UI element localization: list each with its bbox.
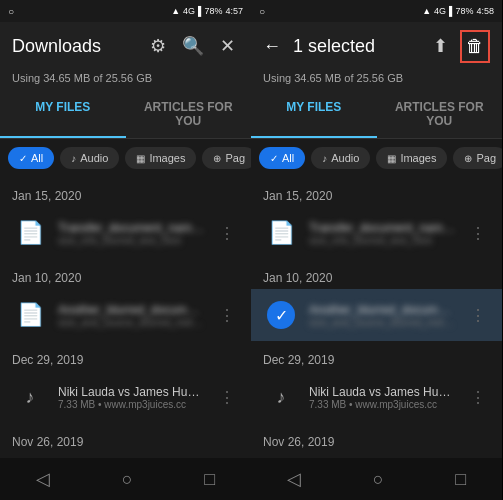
file-list-left: Jan 15, 2020 📄 Transfer_document_name_bl… bbox=[0, 177, 251, 458]
more-icon[interactable]: ⋮ bbox=[215, 302, 239, 329]
tab-articles-left[interactable]: ARTICLES FOR YOU bbox=[126, 90, 252, 138]
network-icon: 4G bbox=[183, 6, 195, 16]
search-icon[interactable]: 🔍 bbox=[178, 31, 208, 61]
more-icon[interactable]: ⋮ bbox=[215, 220, 239, 247]
date-header-jan15: Jan 15, 2020 bbox=[0, 177, 251, 207]
recents-nav-right[interactable]: □ bbox=[439, 461, 482, 498]
time-right: 4:58 bbox=[476, 6, 494, 16]
pages-icon-right: ⊕ bbox=[464, 153, 472, 164]
date-header-jan10: Jan 10, 2020 bbox=[0, 259, 251, 289]
chip-all-label-left: All bbox=[31, 152, 43, 164]
date-header-nov26-r: Nov 26, 2019 bbox=[251, 423, 502, 453]
tabs-right: MY FILES ARTICLES FOR YOU bbox=[251, 90, 502, 139]
list-item[interactable]: 📄 Transfer_document_name_blurred_text si… bbox=[0, 207, 251, 259]
tab-my-files-right[interactable]: MY FILES bbox=[251, 90, 377, 138]
chip-all-left[interactable]: ✓ All bbox=[8, 147, 54, 169]
audio-file-icon: ♪ bbox=[26, 387, 35, 408]
panel-left: ○ ▲ 4G ▌78% 4:57 Downloads ⚙ 🔍 ✕ Using 3… bbox=[0, 0, 251, 500]
close-icon[interactable]: ✕ bbox=[216, 31, 239, 61]
list-item[interactable]: ♪ Niki Lauda vs James Hunt J... 7.33 MB … bbox=[0, 371, 251, 423]
more-icon[interactable]: ⋮ bbox=[215, 384, 239, 411]
status-left-icons-right: ○ bbox=[259, 6, 265, 17]
settings-icon[interactable]: ⚙ bbox=[146, 31, 170, 61]
status-bar-left: ○ ▲ 4G ▌78% 4:57 bbox=[0, 0, 251, 22]
file-info: Another_blurred_document_filename_here s… bbox=[309, 303, 456, 328]
file-name: Niki Lauda vs James Hunt J... bbox=[58, 385, 205, 399]
chip-images-label-right: Images bbox=[400, 152, 436, 164]
chip-pages-right[interactable]: ⊕ Pag bbox=[453, 147, 502, 169]
list-item[interactable]: 📄 Nov_blurred_document_filename_here siz… bbox=[0, 453, 251, 458]
list-item[interactable]: 📄 Nov_blurred_document_filename_here siz… bbox=[251, 453, 502, 458]
back-nav-left[interactable]: ◁ bbox=[20, 460, 66, 498]
status-left-icons: ○ bbox=[8, 6, 14, 17]
status-bar-right: ○ ▲ 4G ▌78% 4:58 bbox=[251, 0, 502, 22]
file-list-right: Jan 15, 2020 📄 Transfer_document_name_bl… bbox=[251, 177, 502, 458]
list-item[interactable]: 📄 Transfer_document_name_blurred_text si… bbox=[251, 207, 502, 259]
images-icon-right: ▦ bbox=[387, 153, 396, 164]
chip-audio-label-right: Audio bbox=[331, 152, 359, 164]
filter-row-left: ✓ All ♪ Audio ▦ Images ⊕ Pag bbox=[0, 139, 251, 177]
share-icon[interactable]: ⬆ bbox=[429, 31, 452, 61]
more-icon[interactable]: ⋮ bbox=[466, 302, 490, 329]
file-info: Transfer_document_name_blurred_text size… bbox=[309, 221, 456, 246]
network-icon-right: 4G bbox=[434, 6, 446, 16]
chip-all-label-right: All bbox=[282, 152, 294, 164]
more-icon[interactable]: ⋮ bbox=[466, 220, 490, 247]
file-meta: size_info_blurred_text_here bbox=[58, 235, 205, 246]
tab-my-files-left[interactable]: MY FILES bbox=[0, 90, 126, 138]
chip-audio-left[interactable]: ♪ Audio bbox=[60, 147, 119, 169]
file-name: Transfer_document_name_blurred_text bbox=[58, 221, 205, 235]
battery-icon-right: ▌78% bbox=[449, 6, 473, 16]
app-header-left: Downloads ⚙ 🔍 ✕ bbox=[0, 22, 251, 70]
panel-right: ○ ▲ 4G ▌78% 4:58 ← 1 selected ⬆ 🗑 Using … bbox=[251, 0, 502, 500]
storage-info-left: Using 34.65 MB of 25.56 GB bbox=[0, 70, 251, 90]
battery-icon: ▌78% bbox=[198, 6, 222, 16]
delete-icon[interactable]: 🗑 bbox=[460, 30, 490, 63]
list-item[interactable]: 📄 Another_blurred_document_filename_here… bbox=[0, 289, 251, 341]
chip-pages-label-right: Pag bbox=[476, 152, 496, 164]
back-icon[interactable]: ← bbox=[263, 36, 281, 57]
chip-pages-left[interactable]: ⊕ Pag bbox=[202, 147, 251, 169]
document-icon: 📄 bbox=[17, 220, 44, 246]
status-right-icons: ▲ 4G ▌78% 4:57 bbox=[171, 6, 243, 16]
home-nav-right[interactable]: ○ bbox=[357, 461, 400, 498]
chip-all-right[interactable]: ✓ All bbox=[259, 147, 305, 169]
date-header-jan15-r: Jan 15, 2020 bbox=[251, 177, 502, 207]
document-icon: 📄 bbox=[17, 302, 44, 328]
images-icon-left: ▦ bbox=[136, 153, 145, 164]
file-info: Another_blurred_document_filename_here s… bbox=[58, 303, 205, 328]
tab-articles-right[interactable]: ARTICLES FOR YOU bbox=[377, 90, 503, 138]
chip-images-right[interactable]: ▦ Images bbox=[376, 147, 447, 169]
chip-images-left[interactable]: ▦ Images bbox=[125, 147, 196, 169]
back-nav-right[interactable]: ◁ bbox=[271, 460, 317, 498]
file-meta: size_and_source_blurred_meta_info bbox=[58, 317, 205, 328]
bottom-nav-left: ◁ ○ □ bbox=[0, 458, 251, 500]
file-name: Niki Lauda vs James Hunt J... bbox=[309, 385, 456, 399]
recents-nav-left[interactable]: □ bbox=[188, 461, 231, 498]
file-icon-wrap-selected: ✓ bbox=[263, 297, 299, 333]
file-meta: size_info_blurred_text_here bbox=[309, 235, 456, 246]
file-info: Niki Lauda vs James Hunt J... 7.33 MB • … bbox=[58, 385, 205, 410]
list-item-selected[interactable]: ✓ Another_blurred_document_filename_here… bbox=[251, 289, 502, 341]
storage-info-right: Using 34.65 MB of 25.56 GB bbox=[251, 70, 502, 90]
audio-file-icon: ♪ bbox=[277, 387, 286, 408]
file-icon-wrap: 📄 bbox=[12, 297, 48, 333]
chip-audio-right[interactable]: ♪ Audio bbox=[311, 147, 370, 169]
check-icon-left: ✓ bbox=[19, 153, 27, 164]
document-icon: 📄 bbox=[268, 220, 295, 246]
tabs-left: MY FILES ARTICLES FOR YOU bbox=[0, 90, 251, 139]
file-meta: 7.33 MB • www.mp3juices.cc bbox=[309, 399, 456, 410]
pages-icon-left: ⊕ bbox=[213, 153, 221, 164]
date-header-dec29-r: Dec 29, 2019 bbox=[251, 341, 502, 371]
status-right-icons-right: ▲ 4G ▌78% 4:58 bbox=[422, 6, 494, 16]
more-icon[interactable]: ⋮ bbox=[466, 384, 490, 411]
file-info: Niki Lauda vs James Hunt J... 7.33 MB • … bbox=[309, 385, 456, 410]
audio-icon-right: ♪ bbox=[322, 153, 327, 164]
status-circle: ○ bbox=[8, 6, 14, 17]
time-left: 4:57 bbox=[225, 6, 243, 16]
date-header-dec29: Dec 29, 2019 bbox=[0, 341, 251, 371]
file-meta: size_and_source_blurred_meta_info bbox=[309, 317, 456, 328]
home-nav-left[interactable]: ○ bbox=[106, 461, 149, 498]
list-item[interactable]: ♪ Niki Lauda vs James Hunt J... 7.33 MB … bbox=[251, 371, 502, 423]
app-header-right: ← 1 selected ⬆ 🗑 bbox=[251, 22, 502, 70]
